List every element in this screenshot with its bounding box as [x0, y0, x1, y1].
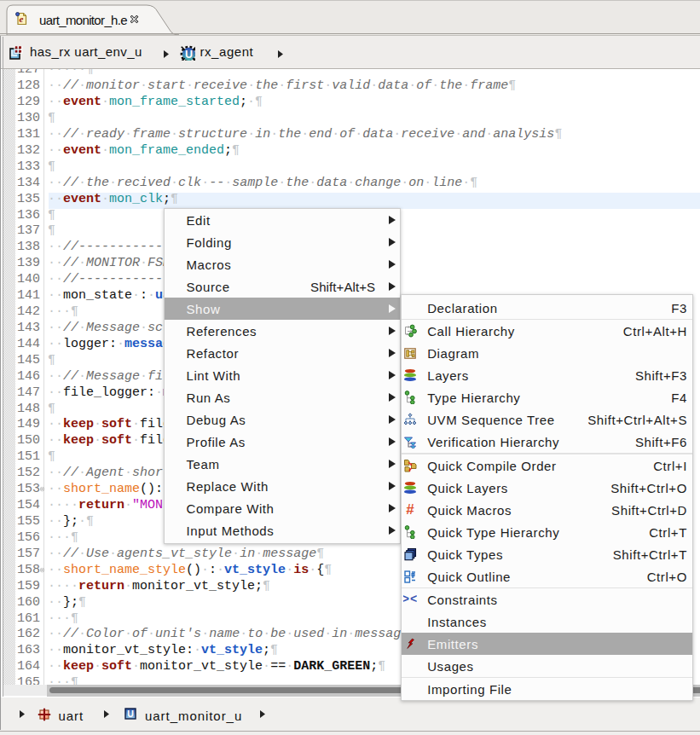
svg-text:><: >< [403, 593, 417, 605]
svg-text:U: U [127, 709, 134, 719]
svg-text:#: # [406, 503, 414, 517]
svg-text:U: U [184, 49, 192, 61]
svg-text:e: e [20, 14, 24, 24]
